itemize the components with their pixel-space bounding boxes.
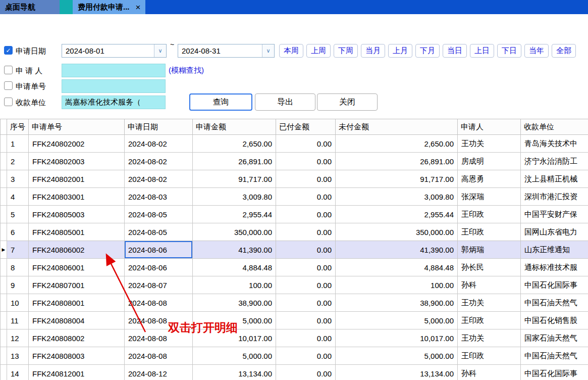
cell-applicant[interactable]: 房成明 xyxy=(458,153,521,170)
cell-date[interactable]: 2024-08-03 xyxy=(125,188,193,206)
applicant-input[interactable] xyxy=(62,64,166,77)
cell-unpaid[interactable]: 5,000.00 xyxy=(336,347,458,365)
row-marker-cell[interactable] xyxy=(1,170,7,188)
grid-header-date[interactable]: 申请日期 xyxy=(125,119,193,135)
tab-desktop-navigation[interactable]: 桌面导航 xyxy=(0,0,60,14)
quick-date-button[interactable]: 上日 xyxy=(470,44,494,58)
cell-applicant[interactable]: 孙长民 xyxy=(458,259,521,276)
cell-unpaid[interactable]: 4,884.48 xyxy=(336,259,458,276)
cell-seq[interactable]: 12 xyxy=(7,329,29,347)
cell-amount[interactable]: 5,000.00 xyxy=(193,347,276,365)
cell-order_no[interactable]: FFK240808003 xyxy=(29,347,125,365)
date-to-dropdown-icon[interactable]: ∨ xyxy=(262,44,274,57)
cell-unpaid[interactable]: 13,134.00 xyxy=(336,365,458,380)
date-to-combo[interactable]: 2024-08-31 ∨ xyxy=(178,44,275,58)
export-button[interactable]: 导出 xyxy=(255,93,315,111)
grid-row[interactable]: 4FFK2408030012024-08-033,009.800.003,009… xyxy=(1,188,588,206)
quick-date-button[interactable]: 全部 xyxy=(552,44,576,58)
cell-applicant[interactable]: 孙科 xyxy=(458,276,521,294)
cell-payee[interactable]: 中国石油天然气 xyxy=(521,347,588,365)
row-marker-cell[interactable] xyxy=(1,294,7,312)
grid-row[interactable]: 14FFK2408120012024-08-1213,134.000.0013,… xyxy=(1,365,588,380)
query-button[interactable]: 查询 xyxy=(189,93,252,111)
cell-applicant[interactable]: 孙科 xyxy=(458,365,521,380)
row-marker-cell[interactable] xyxy=(1,329,7,347)
row-marker-cell[interactable] xyxy=(1,206,7,223)
cell-paid[interactable]: 0.00 xyxy=(276,259,336,276)
cell-date[interactable]: 2024-08-05 xyxy=(125,223,193,241)
cell-unpaid[interactable]: 2,955.44 xyxy=(336,206,458,223)
cell-date[interactable]: 2024-08-12 xyxy=(125,365,193,380)
cell-applicant[interactable]: 高恩勇 xyxy=(458,170,521,188)
cell-unpaid[interactable]: 350,000.00 xyxy=(336,223,458,241)
cell-applicant[interactable]: 王印政 xyxy=(458,312,521,329)
cell-applicant[interactable]: 张深瑞 xyxy=(458,188,521,206)
cell-order_no[interactable]: FFK240808002 xyxy=(29,329,125,347)
grid-row[interactable]: 1FFK2408020022024-08-022,650.000.002,650… xyxy=(1,135,588,153)
grid-header-paid[interactable]: 已付金额 xyxy=(276,119,336,135)
quick-date-button[interactable]: 当月 xyxy=(361,44,385,58)
cell-date[interactable]: 2024-08-02 xyxy=(125,135,193,153)
cell-date[interactable]: 2024-08-02 xyxy=(125,170,193,188)
quick-date-button[interactable]: 当年 xyxy=(524,44,549,58)
grid-header-order_no[interactable]: 申请单号 xyxy=(29,119,125,135)
cell-payee[interactable]: 中国石化销售股 xyxy=(521,312,588,329)
cell-seq[interactable]: 10 xyxy=(7,294,29,312)
quick-date-button[interactable]: 本周 xyxy=(279,44,303,58)
cell-unpaid[interactable]: 41,390.00 xyxy=(336,241,458,259)
cell-amount[interactable]: 91,717.00 xyxy=(193,170,276,188)
cell-payee[interactable]: 青岛海关技术中 xyxy=(521,135,588,153)
cell-date[interactable]: 2024-08-06 xyxy=(125,241,193,259)
cell-seq[interactable]: 1 xyxy=(7,135,29,153)
cell-amount[interactable]: 3,009.80 xyxy=(193,188,276,206)
cell-seq[interactable]: 8 xyxy=(7,259,29,276)
cell-payee[interactable]: 中国石油天然气 xyxy=(521,294,588,312)
cell-applicant[interactable]: 王印政 xyxy=(458,347,521,365)
grid-header-unpaid[interactable]: 未付金额 xyxy=(336,119,458,135)
cell-applicant[interactable]: 王功关 xyxy=(458,329,521,347)
cell-payee[interactable]: 国家石油天然气 xyxy=(521,329,588,347)
cell-paid[interactable]: 0.00 xyxy=(276,312,336,329)
cell-paid[interactable]: 0.00 xyxy=(276,294,336,312)
cell-order_no[interactable]: FFK240805003 xyxy=(29,206,125,223)
cell-applicant[interactable]: 王功关 xyxy=(458,294,521,312)
cell-payee[interactable]: 通标标准技术服 xyxy=(521,259,588,276)
cell-order_no[interactable]: FFK240807001 xyxy=(29,276,125,294)
cell-applicant[interactable]: 王功关 xyxy=(458,135,521,153)
grid-header-payee[interactable]: 收款单位 xyxy=(521,119,588,135)
cell-paid[interactable]: 0.00 xyxy=(276,223,336,241)
payee-filter-checkbox[interactable] xyxy=(4,98,13,106)
cell-paid[interactable]: 0.00 xyxy=(276,365,336,380)
cell-order_no[interactable]: FFK240802002 xyxy=(29,135,125,153)
cell-paid[interactable]: 0.00 xyxy=(276,241,336,259)
quick-date-button[interactable]: 下月 xyxy=(415,44,440,58)
cell-paid[interactable]: 0.00 xyxy=(276,188,336,206)
row-marker-cell[interactable] xyxy=(1,153,7,170)
cell-order_no[interactable]: FFK240812001 xyxy=(29,365,125,380)
orderno-filter-checkbox[interactable] xyxy=(4,81,13,90)
cell-seq[interactable]: 11 xyxy=(7,312,29,329)
cell-payee[interactable]: 中国石化国际事 xyxy=(521,276,588,294)
tab-close-icon[interactable]: × xyxy=(136,3,141,12)
grid-header-applicant[interactable]: 申请人 xyxy=(458,119,521,135)
cell-unpaid[interactable]: 91,717.00 xyxy=(336,170,458,188)
date-from-dropdown-icon[interactable]: ∨ xyxy=(154,44,166,57)
row-marker-cell[interactable] xyxy=(1,188,7,206)
cell-payee[interactable]: 汶上县精正机械 xyxy=(521,170,588,188)
cell-unpaid[interactable]: 2,650.00 xyxy=(336,135,458,153)
grid-row[interactable]: ▶7FFK2408060022024-08-0641,390.000.0041,… xyxy=(1,241,588,259)
cell-amount[interactable]: 2,955.44 xyxy=(193,206,276,223)
date-from-combo[interactable]: 2024-08-01 ∨ xyxy=(62,44,167,58)
close-button[interactable]: 关闭 xyxy=(317,93,378,111)
cell-payee[interactable]: 国网山东省电力 xyxy=(521,223,588,241)
quick-date-button[interactable]: 下周 xyxy=(334,44,358,58)
cell-unpaid[interactable]: 38,900.00 xyxy=(336,294,458,312)
cell-seq[interactable]: 4 xyxy=(7,188,29,206)
row-marker-cell[interactable] xyxy=(1,347,7,365)
quick-date-button[interactable]: 下日 xyxy=(497,44,521,58)
payee-input[interactable] xyxy=(62,96,166,109)
cell-unpaid[interactable]: 26,891.00 xyxy=(336,153,458,170)
cell-amount[interactable]: 26,891.00 xyxy=(193,153,276,170)
cell-amount[interactable]: 4,884.48 xyxy=(193,259,276,276)
cell-paid[interactable]: 0.00 xyxy=(276,153,336,170)
